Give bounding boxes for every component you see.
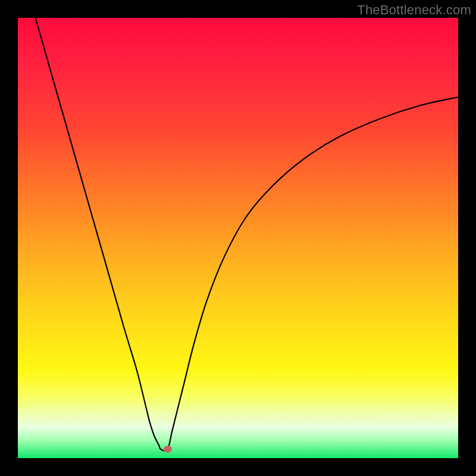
svg-rect-0 — [18, 18, 458, 458]
background-gradient — [18, 18, 458, 458]
chart-frame: TheBottleneck.com — [0, 0, 476, 476]
watermark-text: TheBottleneck.com — [357, 2, 471, 18]
plot-area — [18, 18, 458, 458]
